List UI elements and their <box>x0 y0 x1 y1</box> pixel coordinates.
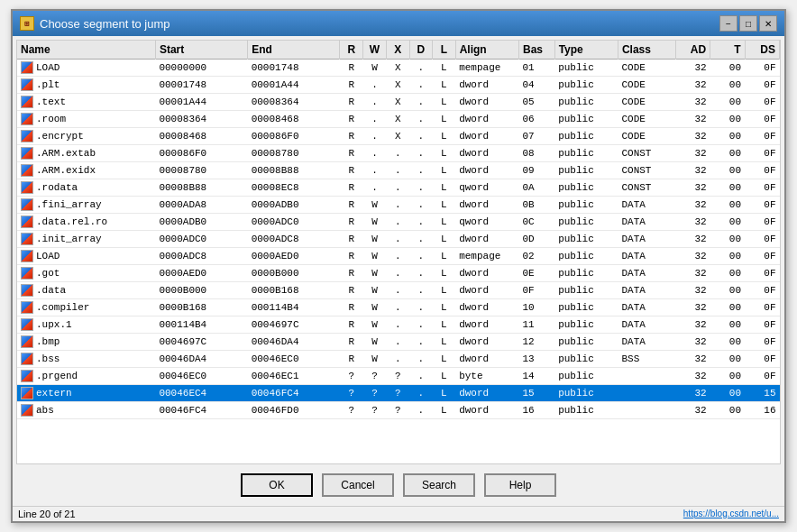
table-row[interactable]: .data.rel.ro0000ADB00000ADC0RW..Lqword0C… <box>17 214 780 231</box>
table-row[interactable]: .got0000AED00000B000RW..Ldword0EpublicDA… <box>17 265 780 282</box>
segment-name: .init_array <box>36 234 102 244</box>
cell-align: dword <box>455 145 518 162</box>
cell-start: 00046EC0 <box>155 368 247 385</box>
cell-ds: 0F <box>745 351 779 368</box>
cell-w: W <box>363 197 387 214</box>
table-row[interactable]: .room0000836400008468R.X.Ldword06publicC… <box>17 111 780 128</box>
table-row[interactable]: .upx.1000114B40004697CRW..Ldword11public… <box>17 316 780 334</box>
cell-l: L <box>433 145 456 162</box>
cell-w: . <box>363 179 387 197</box>
segment-name: .fini_array <box>36 199 102 210</box>
cell-bas: 15 <box>518 385 554 402</box>
cell-w: ? <box>363 368 387 385</box>
table-row[interactable]: .encrypt00008468000086F0R.X.Ldword07publ… <box>17 128 780 145</box>
restore-button[interactable]: □ <box>739 15 757 32</box>
cell-ad: 32 <box>675 111 710 128</box>
cell-r: R <box>340 231 363 248</box>
cell-end: 0000ADC8 <box>248 231 340 248</box>
col-r: R <box>340 41 363 60</box>
table-header-row: Name Start End R W X D L Align Bas Type … <box>17 41 780 60</box>
table-row[interactable]: .prgend00046EC000046EC1???.Lbyte14public… <box>17 368 780 385</box>
search-button[interactable]: Search <box>403 473 475 497</box>
table-row[interactable]: LOAD0000ADC80000AED0RW..Lmempage02public… <box>17 248 780 265</box>
cell-l: L <box>433 214 456 231</box>
cell-bas: 13 <box>518 351 554 368</box>
table-row[interactable]: .bss00046DA400046EC0RW..Ldword13publicBS… <box>17 351 780 368</box>
segment-name: .data <box>36 285 66 296</box>
segment-table-container[interactable]: Name Start End R W X D L Align Bas Type … <box>16 40 781 464</box>
cell-d: . <box>409 316 433 334</box>
window-title: Choose segment to jump <box>40 17 170 31</box>
cell-l: L <box>433 231 456 248</box>
cell-r: ? <box>340 368 363 385</box>
table-row[interactable]: LOAD0000000000001748RWX.Lmempage01public… <box>17 60 780 77</box>
status-link[interactable]: https://blog.csdn.net/u... <box>683 509 779 519</box>
table-row[interactable]: .init_array0000ADC00000ADC8RW..Ldword0Dp… <box>17 231 780 248</box>
cancel-button[interactable]: Cancel <box>322 473 394 497</box>
cell-bas: 0A <box>518 179 554 197</box>
cell-bas: 0D <box>518 231 554 248</box>
table-row[interactable]: .ARM.extab000086F000008780R...Ldword08pu… <box>17 145 780 162</box>
cell-type: public <box>554 145 618 162</box>
cell-align: dword <box>455 94 518 111</box>
cell-end: 00008EC8 <box>248 179 340 197</box>
close-button[interactable]: ✕ <box>759 15 777 32</box>
table-row[interactable]: .text00001A4400008364R.X.Ldword05publicC… <box>17 94 780 111</box>
cell-bas: 10 <box>518 299 554 316</box>
table-row[interactable]: .fini_array0000ADA80000ADB0RW..Ldword0Bp… <box>17 197 780 214</box>
segment-name: .rodata <box>36 182 78 193</box>
cell-ad: 32 <box>675 248 710 265</box>
cell-w: . <box>363 145 387 162</box>
cell-l: L <box>433 299 456 316</box>
cell-d: . <box>409 111 433 128</box>
table-row[interactable]: .compiler0000B168000114B4RW..Ldword10pub… <box>17 299 780 316</box>
cell-r: R <box>340 214 363 231</box>
segment-name: .compiler <box>36 302 89 313</box>
segment-icon <box>21 78 33 91</box>
line-info: Line 20 of 21 <box>18 509 76 519</box>
cell-x: X <box>386 77 409 94</box>
cell-x: X <box>386 128 409 145</box>
table-row[interactable]: .bmp0004697C00046DA4RW..Ldword12publicDA… <box>17 334 780 351</box>
cell-d: . <box>409 94 433 111</box>
cell-ds: 0F <box>745 60 779 77</box>
cell-bas: 06 <box>518 111 554 128</box>
cell-ad: 32 <box>675 128 710 145</box>
cell-d: . <box>409 179 433 197</box>
cell-d: . <box>409 402 433 419</box>
cell-ad: 32 <box>675 214 710 231</box>
cell-end: 00046EC1 <box>248 368 340 385</box>
table-row[interactable]: .rodata00008B8800008EC8R...Lqword0Apubli… <box>17 179 780 197</box>
cell-l: L <box>433 368 456 385</box>
ok-button[interactable]: OK <box>241 473 313 497</box>
app-icon: ⊞ <box>20 16 34 31</box>
cell-t: 00 <box>710 265 745 282</box>
segment-name: .upx.1 <box>36 319 72 330</box>
cell-ad: 32 <box>675 351 710 368</box>
cell-type: public <box>554 77 618 94</box>
cell-align: mempage <box>455 60 518 77</box>
cell-class: DATA <box>618 282 675 299</box>
cell-align: dword <box>455 351 518 368</box>
table-row[interactable]: .data0000B0000000B168RW..Ldword0FpublicD… <box>17 282 780 299</box>
cell-type: public <box>554 316 618 334</box>
cell-class: CONST <box>618 145 675 162</box>
cell-end: 00008468 <box>248 111 340 128</box>
cell-bas: 01 <box>518 60 554 77</box>
cell-class: CODE <box>618 60 675 77</box>
cell-d: . <box>409 299 433 316</box>
table-row[interactable]: extern00046EC400046FC4???.Ldword15public… <box>17 385 780 402</box>
minimize-button[interactable]: − <box>719 15 737 32</box>
cell-x: . <box>386 197 409 214</box>
cell-t: 00 <box>710 351 745 368</box>
table-row[interactable]: abs00046FC400046FD0???.Ldword16public320… <box>17 402 780 419</box>
table-row[interactable]: .plt0000174800001A44R.X.Ldword04publicCO… <box>17 77 780 94</box>
cell-end: 00001A44 <box>248 77 340 94</box>
help-button[interactable]: Help <box>484 473 556 497</box>
cell-ds: 0F <box>745 145 779 162</box>
cell-x: . <box>386 162 409 179</box>
cell-l: L <box>433 265 456 282</box>
table-row[interactable]: .ARM.exidx0000878000008B88R...Ldword09pu… <box>17 162 780 179</box>
cell-bas: 09 <box>518 162 554 179</box>
cell-align: dword <box>455 334 518 351</box>
